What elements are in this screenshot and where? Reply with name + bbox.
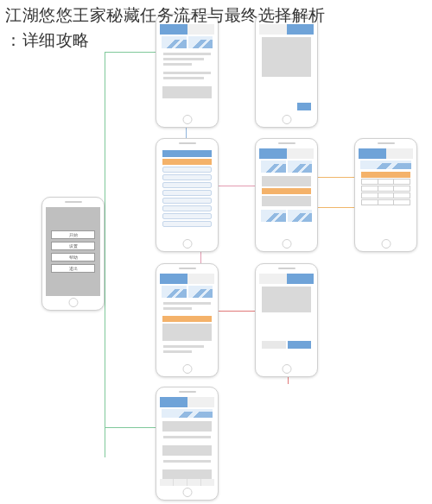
phone-menu: 开始 设置 帮助 退出 <box>41 197 105 311</box>
menu-item: 帮助 <box>51 253 95 261</box>
list-row <box>162 174 212 180</box>
screen <box>160 397 214 486</box>
text-lines <box>160 299 214 315</box>
chart-row <box>259 159 314 174</box>
article-title: 江湖悠悠王家秘藏任务流程与最终选择解析 ：详细攻略 <box>0 0 432 53</box>
list-row <box>162 205 212 211</box>
tab-header <box>160 397 214 407</box>
grey-block <box>162 324 212 341</box>
connector <box>315 207 354 208</box>
secondary-button <box>262 341 286 349</box>
list-row <box>162 213 212 219</box>
list-row <box>162 198 212 204</box>
tab-header <box>259 274 314 284</box>
orange-bar <box>262 188 311 194</box>
screen <box>259 148 314 237</box>
table-row <box>361 199 410 205</box>
tab-header <box>160 274 214 284</box>
menu-item: 退出 <box>51 264 95 273</box>
connector <box>315 177 354 178</box>
list-row <box>162 182 212 188</box>
orange-bar <box>361 172 410 178</box>
list-row <box>162 190 212 196</box>
list-row <box>162 221 212 227</box>
text-lines <box>160 433 214 444</box>
connector <box>216 311 259 312</box>
title-line-1: 江湖悠悠王家秘藏任务流程与最终选择解析 <box>5 6 326 24</box>
phone-r2c3 <box>354 138 417 252</box>
screen-menu: 开始 设置 帮助 退出 <box>46 207 100 296</box>
phone-r4c1 <box>156 387 219 501</box>
menu-item: 设置 <box>51 242 95 250</box>
grey-block <box>162 421 212 432</box>
primary-button <box>288 341 312 349</box>
phone-r3c1 <box>156 263 219 377</box>
connector <box>216 186 259 186</box>
grey-block <box>162 86 212 98</box>
chart-row <box>160 284 214 299</box>
grey-block <box>162 445 212 456</box>
table-row <box>361 179 410 185</box>
table-row <box>361 192 410 198</box>
phone-r2c2 <box>255 138 318 252</box>
grey-block <box>262 196 311 206</box>
screen <box>160 274 214 362</box>
chart-row <box>359 159 413 171</box>
connector <box>105 52 105 457</box>
grey-block <box>262 176 311 186</box>
screen <box>359 148 413 237</box>
blue-bar <box>162 150 212 157</box>
button-small <box>297 103 311 110</box>
table-row <box>361 186 410 192</box>
phone-r2c1 <box>156 138 219 252</box>
chart-row <box>259 208 314 224</box>
list-row <box>162 167 212 173</box>
chart-row <box>160 407 214 419</box>
title-line-2: ：详细攻略 <box>5 31 90 49</box>
tab-header <box>359 148 413 159</box>
screen <box>259 274 314 362</box>
connector <box>105 427 156 428</box>
flow-diagram-canvas: 开始 设置 帮助 退出 <box>0 0 432 504</box>
menu-item: 开始 <box>51 230 95 239</box>
text-lines <box>160 457 214 468</box>
text-lines <box>160 343 214 358</box>
screen <box>160 148 214 237</box>
text-lines <box>160 50 214 85</box>
grey-block <box>262 287 311 312</box>
orange-bar <box>162 159 212 165</box>
tab-header <box>259 148 314 159</box>
orange-bar <box>162 316 212 322</box>
phone-r3c2 <box>255 263 318 377</box>
